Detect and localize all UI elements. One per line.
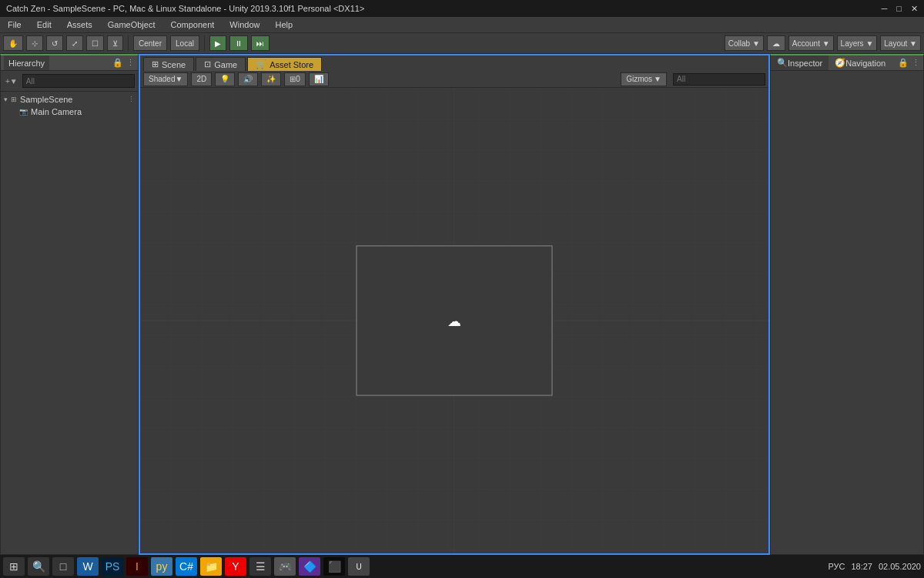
scene-tabs: ⊞ Scene ⊡ Game 🛒 Asset Store [140, 55, 768, 71]
step-button[interactable]: ⏭ [251, 35, 270, 51]
task-view-button[interactable]: □ [52, 557, 74, 576]
winamp-button[interactable]: ☰ [249, 557, 271, 576]
pause-button[interactable]: ⏸ [229, 35, 248, 51]
title-bar: Catch Zen - SampleScene - PC, Mac & Linu… [0, 0, 924, 17]
search-button[interactable]: 🔍 [28, 557, 49, 576]
vscode-button[interactable]: C# [176, 557, 197, 576]
camera-item[interactable]: 📷 Main Camera [1, 106, 138, 118]
grid-btn[interactable]: ⊞0 [284, 72, 306, 86]
menu-component[interactable]: Component [167, 18, 217, 31]
illustrator-button[interactable]: I [126, 557, 148, 576]
menu-gameobject[interactable]: GameObject [105, 18, 159, 31]
hierarchy-add-btn[interactable]: +▼ [2, 77, 21, 86]
inspector-tabs: 🔍 Inspector 🧭 Navigation 🔒 ⋮ [771, 55, 923, 71]
asset-store-tab-label: Asset Store [270, 60, 313, 69]
navigation-tab-label: Navigation [845, 59, 886, 68]
inspector-tab[interactable]: 🔍 Inspector [771, 55, 829, 70]
scene-toolbar: Shaded ▼ 2D 💡 🔊 ✨ ⊞0 📊 Gizmos ▼ [140, 71, 768, 88]
account-dropdown[interactable]: Account ▼ [788, 35, 834, 51]
maximize-button[interactable]: □ [896, 4, 902, 14]
menu-help[interactable]: Help [272, 18, 296, 31]
word-button[interactable]: W [77, 557, 99, 576]
hierarchy-panel: Hierarchy 🔒 ⋮ +▼ ▾ ⊞ SampleScene ⋮ 📷 Mai… [0, 54, 139, 555]
game-tab-icon: ⊡ [204, 59, 211, 69]
camera-label: Main Camera [31, 107, 82, 116]
layers-dropdown[interactable]: Layers ▼ [837, 35, 878, 51]
hierarchy-tab-label: Hierarchy [8, 59, 45, 68]
scene-tab-label: Scene [162, 60, 186, 69]
2d-label: 2D [196, 75, 206, 83]
inspector-menu-icon[interactable]: ⋮ [912, 58, 920, 68]
python-button[interactable]: py [151, 557, 172, 576]
game-tab[interactable]: ⊡ Game [196, 57, 246, 71]
tool-rect[interactable]: ☐ [86, 35, 104, 51]
app-title: Catch Zen - SampleScene - PC, Mac & Linu… [6, 4, 364, 13]
scene-view[interactable]: ☁ [140, 88, 768, 553]
unity-icon-button[interactable]: U [348, 557, 370, 576]
menu-assets[interactable]: Assets [64, 18, 95, 31]
tool-hand[interactable]: ✋ [3, 35, 23, 51]
layers-label: Layers ▼ [841, 39, 874, 48]
hierarchy-content: ▾ ⊞ SampleScene ⋮ 📷 Main Camera [1, 92, 138, 554]
navigation-tab[interactable]: 🧭 Navigation [829, 55, 892, 70]
hierarchy-menu-icon[interactable]: ⋮ [126, 58, 135, 68]
gizmos-arrow: ▼ [654, 75, 661, 83]
explorer-button[interactable]: 📁 [200, 557, 222, 576]
scene-search[interactable] [673, 73, 765, 86]
scene-tab[interactable]: ⊞ Scene [143, 57, 194, 71]
cmd-button[interactable]: ⬛ [323, 557, 345, 576]
2d-mode-btn[interactable]: 2D [191, 72, 212, 86]
inspector-panel: 🔍 Inspector 🧭 Navigation 🔒 ⋮ [770, 54, 924, 555]
pivot-local-button[interactable]: Local [170, 35, 199, 51]
render-stats-btn[interactable]: 📊 [309, 72, 329, 86]
tool-scale[interactable]: ⤢ [66, 35, 83, 51]
unity-button[interactable]: 🎮 [274, 557, 296, 576]
collab-label: Collab ▼ [728, 39, 760, 48]
close-button[interactable]: ✕ [911, 4, 918, 14]
layout-label: Layout ▼ [884, 39, 917, 48]
taskbar-right: РУС 18:27 02.05.2020 [828, 562, 921, 571]
pivot-center-button[interactable]: Center [133, 35, 167, 51]
audio-btn[interactable]: 🔊 [238, 72, 258, 86]
taskbar-lang: РУС [828, 562, 845, 571]
asset-store-tab-icon: 🛒 [256, 59, 266, 69]
play-button[interactable]: ▶ [209, 35, 226, 51]
menu-window[interactable]: Window [226, 18, 263, 31]
hierarchy-lock-icon[interactable]: 🔒 [112, 58, 123, 68]
lighting-btn[interactable]: 💡 [215, 72, 235, 86]
gizmos-btn[interactable]: Gizmos ▼ [621, 72, 667, 86]
inspector-lock-icon[interactable]: 🔒 [898, 58, 909, 68]
minimize-button[interactable]: ─ [882, 4, 888, 14]
inspector-tab-label: Inspector [788, 59, 822, 68]
visualstudio-button[interactable]: 🔷 [299, 557, 320, 576]
hierarchy-search[interactable] [22, 74, 135, 88]
inspector-icon: 🔍 [777, 58, 788, 68]
shading-label: Shaded [149, 75, 175, 83]
center-area: ⊞ Scene ⊡ Game 🛒 Asset Store Shaded ▼ 2D… [139, 54, 770, 555]
layout-dropdown[interactable]: Layout ▼ [880, 35, 921, 51]
tool-rotate[interactable]: ↺ [46, 35, 63, 51]
toolbar: ✋ ⊹ ↺ ⤢ ☐ ⊻ Center Local ▶ ⏸ ⏭ Collab ▼ … [0, 32, 924, 54]
scene-item[interactable]: ▾ ⊞ SampleScene ⋮ [1, 93, 138, 106]
collab-dropdown[interactable]: Collab ▼ [725, 35, 764, 51]
photoshop-button[interactable]: PS [102, 557, 123, 576]
asset-store-tab[interactable]: 🛒 Asset Store [247, 57, 322, 71]
gizmos-label: Gizmos [626, 75, 652, 83]
cloud-button[interactable]: ☁ [767, 35, 785, 51]
effects-btn[interactable]: ✨ [261, 72, 281, 86]
game-tab-label: Game [214, 60, 237, 69]
tool-transform[interactable]: ⊻ [107, 35, 123, 51]
scene-label: SampleScene [20, 95, 73, 104]
menu-file[interactable]: File [5, 18, 25, 31]
toolbar-sep-2 [204, 35, 205, 51]
ya-button[interactable]: Y [225, 557, 246, 576]
hierarchy-tab[interactable]: Hierarchy [4, 55, 49, 70]
taskbar-clock: 18:27 [851, 562, 872, 571]
scene-context-icon[interactable]: ⋮ [128, 96, 135, 103]
toolbar-sep-1 [128, 35, 129, 51]
start-button[interactable]: ⊞ [3, 557, 25, 576]
scene-tab-icon: ⊞ [152, 59, 159, 69]
tool-move[interactable]: ⊹ [26, 35, 43, 51]
menu-edit[interactable]: Edit [34, 18, 55, 31]
shading-mode-btn[interactable]: Shaded ▼ [143, 72, 188, 86]
